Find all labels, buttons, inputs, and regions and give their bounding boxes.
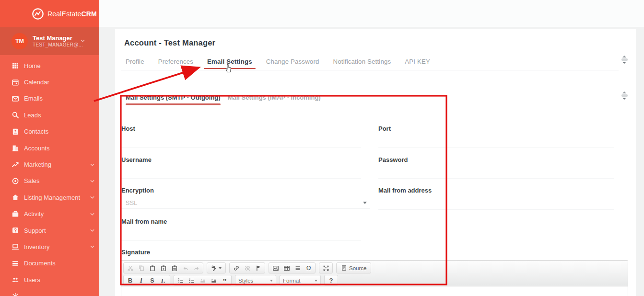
search-icon (12, 111, 19, 119)
increase-indent-button[interactable] (208, 276, 219, 285)
sidebar-item-listing-management[interactable]: Listing Management (0, 189, 99, 205)
house-icon (12, 194, 19, 201)
help-button[interactable]: ? (326, 276, 337, 285)
username-label: Username (121, 156, 152, 163)
port-input[interactable] (378, 135, 614, 148)
remove-format-button[interactable]: Iₓ (158, 276, 169, 285)
insert-image-button[interactable] (270, 263, 281, 273)
help-icon (12, 227, 19, 234)
sidebar-item-label: Support (24, 227, 46, 234)
redo-arrow-icon (193, 265, 200, 272)
tab-api-key[interactable]: API KEY (405, 58, 430, 68)
paste-from-word-button[interactable] (169, 263, 180, 273)
maximize-icon (323, 265, 329, 272)
strikethrough-button[interactable]: S (147, 276, 158, 285)
sidebar-item-label: Inventory (24, 243, 49, 250)
sidebar-item-calendar[interactable]: Calendar (0, 74, 99, 90)
sidebar-item-leads[interactable]: Leads (0, 107, 99, 123)
paste-button[interactable] (147, 263, 158, 273)
anchor-button[interactable] (253, 263, 264, 273)
signature-label: Signature (121, 249, 150, 256)
mail-from-address-input[interactable] (378, 197, 614, 210)
chevron-down-icon (81, 39, 85, 42)
sidebar-item-label: Activity (24, 210, 44, 217)
copy-button[interactable] (136, 263, 147, 273)
about-group: ? (324, 275, 338, 286)
sidebar-item-inventory[interactable]: Inventory (0, 239, 99, 255)
subtab-smtp-outgoing[interactable]: Mail Settings (SMTP - Outgoing) (126, 94, 221, 104)
question-mark-icon: ? (329, 277, 333, 284)
outdent-icon (199, 277, 206, 284)
envelope-icon (12, 95, 19, 102)
sidebar-user-panel[interactable]: TM Test Manager TEST_MANAGER@... (0, 27, 99, 55)
host-input[interactable] (121, 135, 361, 148)
subtabs-divider (121, 108, 619, 108)
sidebar-item-activity[interactable]: Activity (0, 206, 99, 222)
bulleted-list-button[interactable] (186, 276, 197, 285)
maximize-button[interactable] (320, 263, 331, 273)
encryption-selected-value: SSL (126, 200, 138, 206)
sidebar-item-home[interactable]: Home (0, 57, 99, 74)
sidebar-item-sales[interactable]: Sales (0, 173, 99, 189)
tab-preferences[interactable]: Preferences (158, 58, 193, 68)
tab-label: Notification Settings (333, 58, 391, 65)
unlink-button[interactable] (242, 263, 253, 273)
sidebar-item-support[interactable]: Support (0, 222, 99, 239)
sidebar-item-documents[interactable]: Documents (0, 255, 99, 272)
clipboard-icon (149, 265, 156, 272)
host-label: Host (121, 125, 135, 132)
users-icon (12, 276, 19, 284)
numbered-list-button[interactable] (175, 276, 186, 285)
tab-label: Preferences (158, 58, 193, 65)
brand-text: RealEstateCRM (47, 10, 97, 18)
format-dropdown[interactable]: Format (280, 275, 321, 286)
blockquote-button[interactable]: ” (219, 276, 230, 285)
insert-table-button[interactable] (281, 263, 292, 273)
sidebar-item-contacts[interactable]: Contacts (0, 124, 99, 140)
toolbar-row-1: Ω Source (123, 262, 626, 274)
chevron-down-icon (90, 213, 94, 216)
tab-email-settings[interactable]: Email Settings (207, 58, 252, 68)
tab-profile[interactable]: Profile (126, 58, 144, 68)
scroll-spinner-bottom[interactable] (621, 91, 628, 100)
sidebar-item-accounts[interactable]: Accounts (0, 140, 99, 156)
subtab-imap-incoming[interactable]: Mail Settings (IMAP - Incoming) (228, 94, 321, 104)
tab-change-password[interactable]: Change Password (266, 58, 319, 68)
user-name: Test Manager (33, 34, 83, 42)
mail-from-name-input[interactable] (121, 228, 361, 241)
sidebar-item-emails[interactable]: Emails (0, 91, 99, 107)
decrease-indent-button[interactable] (197, 276, 208, 285)
horizontal-rule-icon (294, 265, 301, 272)
styles-dropdown[interactable]: Styles (235, 275, 276, 286)
encryption-select[interactable]: SSL (121, 197, 370, 209)
special-character-button[interactable]: Ω (303, 263, 314, 273)
paste-as-text-button[interactable] (158, 263, 169, 273)
editor-content-area[interactable] (121, 286, 628, 296)
account-settings-card (115, 29, 636, 296)
cut-button[interactable] (125, 263, 136, 273)
sidebar-item-marketing[interactable]: Marketing (0, 156, 99, 172)
sidebar-item-settings[interactable] (0, 288, 99, 296)
redo-button[interactable] (191, 263, 202, 273)
sidebar-item-users[interactable]: Users (0, 272, 99, 288)
brand-logo[interactable]: RealEstateCRM (0, 0, 99, 27)
tab-notification-settings[interactable]: Notification Settings (333, 58, 391, 68)
password-input[interactable] (378, 166, 614, 179)
scroll-down-icon (622, 62, 626, 64)
italic-button[interactable]: I (136, 276, 147, 285)
spellcheck-button[interactable] (208, 263, 224, 273)
undo-button[interactable] (180, 263, 191, 273)
bold-button[interactable]: B (125, 276, 136, 285)
tab-label: Profile (126, 58, 144, 65)
subtab-label: Mail Settings (IMAP - Incoming) (228, 94, 321, 101)
source-button[interactable]: Source (338, 263, 370, 273)
link-button[interactable] (231, 263, 242, 273)
horizontal-line-button[interactable] (292, 263, 303, 273)
spellcheck-group (207, 262, 226, 273)
username-input[interactable] (121, 166, 361, 179)
copy-icon (138, 265, 145, 272)
scroll-spinner-top[interactable] (621, 56, 628, 64)
mail-from-name-label: Mail from name (121, 218, 167, 225)
scroll-up-icon (622, 91, 626, 93)
chevron-down-icon (90, 180, 94, 182)
